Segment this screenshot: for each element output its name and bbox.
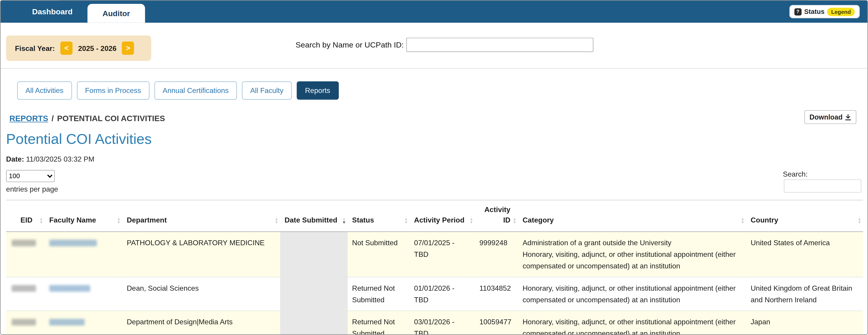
cell-activity-period: 07/01/2025 - TBD <box>409 232 475 277</box>
cell-date-submitted <box>280 311 347 335</box>
redacted-eid <box>11 319 36 326</box>
report-date-value: 11/03/2025 03:32 PM <box>26 155 94 163</box>
column-header-label: EID <box>21 216 32 224</box>
category-item: Honorary, visiting, adjunct, or other in… <box>523 316 742 335</box>
fiscal-year-section: Fiscal Year: < 2025 - 2026 > Search by N… <box>0 23 867 69</box>
redacted-eid <box>11 240 36 246</box>
sort-icon: ▲▼ <box>342 217 346 224</box>
download-icon <box>845 114 851 120</box>
column-header-status[interactable]: Status▲▼ <box>348 200 410 231</box>
cell-faculty-name <box>45 311 122 335</box>
column-header-label: Status <box>352 216 374 224</box>
cell-status: Not Submitted <box>348 232 410 277</box>
column-header-label: Category <box>523 216 554 224</box>
cell-activity-period: 03/01/2026 - TBD <box>409 311 475 335</box>
column-header-activity-id[interactable]: Activity ID▲▼ <box>475 200 518 231</box>
cell-date-submitted <box>280 277 347 311</box>
column-header-eid[interactable]: EID▲▼ <box>6 200 45 231</box>
column-header-category[interactable]: Category▲▼ <box>518 200 746 231</box>
fiscal-year-next-button[interactable]: > <box>122 41 134 55</box>
global-search-input[interactable] <box>406 38 593 52</box>
cell-country: United Kingdom of Great Britain and Nort… <box>746 277 863 311</box>
nav-button-forms-in-process[interactable]: Forms in Process <box>77 81 149 99</box>
fiscal-year-label: Fiscal Year: <box>15 44 55 53</box>
nav-button-reports[interactable]: Reports <box>297 81 338 99</box>
cell-eid <box>6 277 45 311</box>
table-search-input[interactable] <box>784 179 861 192</box>
status-help-icon: ? <box>794 8 801 15</box>
tab-dashboard[interactable]: Dashboard <box>17 0 88 23</box>
column-header-faculty-name[interactable]: Faculty Name▲▼ <box>45 200 122 231</box>
entries-per-page-label: entries per page <box>6 185 58 193</box>
cell-category: Honorary, visiting, adjunct, or other in… <box>518 311 746 335</box>
cell-faculty-name <box>45 277 122 311</box>
column-header-department[interactable]: Department▲▼ <box>122 200 280 231</box>
fiscal-year-value: 2025 - 2026 <box>78 44 117 53</box>
redacted-faculty-name-link[interactable] <box>49 285 90 292</box>
download-button[interactable]: Download <box>805 110 857 124</box>
sort-icon: ▲▼ <box>741 217 745 224</box>
report-date: Date: 11/03/2025 03:32 PM <box>6 155 868 163</box>
nav-button-all-activities[interactable]: All Activities <box>17 81 72 99</box>
table-search-label: Search: <box>783 170 808 178</box>
cell-eid <box>6 311 45 335</box>
potential-coi-activities-table: EID▲▼Faculty Name▲▼Department▲▼Date Subm… <box>6 200 863 335</box>
page-size-select[interactable]: 100 <box>6 170 55 182</box>
column-header-label: Country <box>751 216 778 224</box>
cell-activity-period: 01/01/2026 - TBD <box>409 277 475 311</box>
cell-status: Returned Not Submitted <box>348 311 410 335</box>
tab-auditor[interactable]: Auditor <box>88 4 145 23</box>
report-date-label: Date: <box>6 155 24 163</box>
cell-status: Returned Not Submitted <box>348 277 410 311</box>
category-item: Honorary, visiting, adjunct, or other in… <box>523 248 742 272</box>
category-item: Administration of a grant outside the Un… <box>523 237 742 248</box>
table-controls: 100 entries per page Search: <box>0 170 867 196</box>
breadcrumb-current: POTENTIAL COI ACTIVITIES <box>57 114 165 123</box>
table-row: PATHOLOGY & LABORATORY MEDICINENot Submi… <box>6 232 863 277</box>
sort-icon: ▲▼ <box>470 217 473 224</box>
cell-department: PATHOLOGY & LABORATORY MEDICINE <box>122 232 280 277</box>
cell-category: Administration of a grant outside the Un… <box>518 232 746 277</box>
column-header-label: Activity ID <box>484 206 510 224</box>
column-header-label: Activity Period <box>414 216 465 224</box>
sort-icon: ▲▼ <box>117 217 121 224</box>
fiscal-year-prev-button[interactable]: < <box>60 41 73 55</box>
cell-faculty-name <box>45 232 122 277</box>
sort-icon: ▲▼ <box>858 217 861 224</box>
column-header-country[interactable]: Country▲▼ <box>746 200 863 231</box>
top-navigation-bar: DashboardAuditor ? Status Legend <box>0 0 867 23</box>
cell-department: Dean, Social Sciences <box>122 277 280 311</box>
cell-activity-id: 10059477 <box>475 311 518 335</box>
table-row: Department of Design|Media ArtsReturned … <box>6 311 863 335</box>
column-header-label: Department <box>127 216 167 224</box>
breadcrumb: REPORTS / POTENTIAL COI ACTIVITIES Downl… <box>0 112 867 125</box>
download-label: Download <box>810 113 842 121</box>
cell-country: Japan <box>746 311 863 335</box>
cell-department: Department of Design|Media Arts <box>122 311 280 335</box>
nav-button-annual-certifications[interactable]: Annual Certifications <box>154 81 237 99</box>
nav-button-all-faculty[interactable]: All Faculty <box>242 81 291 99</box>
sort-icon: ▲▼ <box>513 217 517 224</box>
table-row: Dean, Social SciencesReturned Not Submit… <box>6 277 863 311</box>
legend-badge: Legend <box>827 7 855 16</box>
column-header-activity-period[interactable]: Activity Period▲▼ <box>409 200 475 231</box>
breadcrumb-separator: / <box>52 114 54 123</box>
redacted-eid <box>11 285 36 292</box>
column-header-date-submitted[interactable]: Date Submitted▲▼ <box>280 200 347 231</box>
status-label: Status <box>804 8 824 16</box>
column-header-label: Date Submitted <box>285 216 337 224</box>
redacted-faculty-name-link[interactable] <box>49 240 97 246</box>
breadcrumb-reports-link[interactable]: REPORTS <box>9 114 48 123</box>
auditor-app-window: DashboardAuditor ? Status Legend Fiscal … <box>0 0 868 335</box>
sort-icon: ▲▼ <box>404 217 408 224</box>
cell-category: Honorary, visiting, adjunct, or other in… <box>518 277 746 311</box>
cell-activity-id: 9999248 <box>475 232 518 277</box>
cell-country: United States of America <box>746 232 863 277</box>
status-legend-button[interactable]: ? Status Legend <box>789 5 860 18</box>
redacted-faculty-name-link[interactable] <box>49 319 85 326</box>
cell-date-submitted <box>280 232 347 277</box>
page-title: Potential COI Activities <box>6 131 868 147</box>
global-search: Search by Name or UCPath ID: <box>296 38 594 52</box>
cell-activity-id: 11034852 <box>475 277 518 311</box>
fiscal-year-selector: Fiscal Year: < 2025 - 2026 > <box>6 35 151 61</box>
